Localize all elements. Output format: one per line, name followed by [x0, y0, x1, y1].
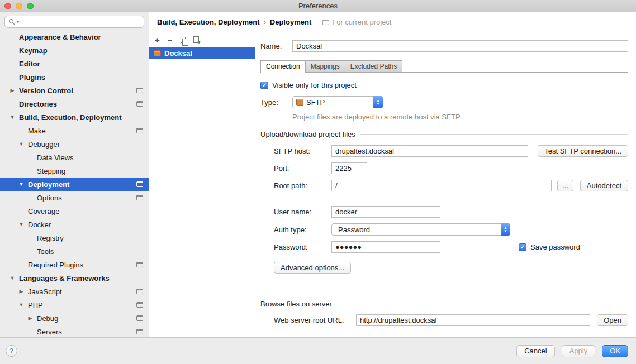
tab-mappings[interactable]: Mappings [305, 60, 345, 72]
sidebar-item-stepping[interactable]: Stepping [0, 164, 149, 178]
type-label: Type: [260, 98, 292, 107]
save-password-checkbox[interactable]: ✓ [519, 243, 526, 251]
sftp-server-icon [154, 50, 161, 56]
project-settings-icon [322, 20, 329, 25]
auth-type-label: Auth type: [274, 226, 331, 234]
sidebar-item-build-execution-deployment[interactable]: ▼ Build, Execution, Deployment [0, 111, 149, 124]
name-input[interactable] [292, 40, 628, 52]
copy-server-button[interactable] [181, 37, 186, 43]
port-label: Port: [274, 164, 331, 173]
root-path-label: Root path: [274, 181, 331, 190]
breadcrumb-current: Deployment [270, 18, 311, 26]
type-hint: Project files are deployed to a remote h… [292, 113, 628, 121]
settings-tree: Appearance & Behavior Keymap Editor Plug… [0, 30, 149, 337]
save-password-label: Save password [530, 243, 588, 251]
expanded-arrow-icon[interactable]: ▼ [9, 275, 16, 281]
sidebar-item-data-views[interactable]: Data Views [0, 151, 149, 164]
preferences-window: Preferences ▾ Appearance & Behavior K [0, 0, 636, 364]
sidebar-item-debug[interactable]: ▶ Debug [0, 312, 149, 325]
sidebar-item-options[interactable]: Options [0, 191, 149, 204]
sidebar-item-coverage[interactable]: Coverage [0, 204, 149, 218]
sidebar-item-registry[interactable]: Registry [0, 231, 149, 245]
sidebar-item-languages-and-frameworks[interactable]: ▼ Languages & Frameworks [0, 271, 149, 285]
sidebar-item-servers[interactable]: Servers [0, 325, 149, 337]
sidebar-item-required-plugins[interactable]: Required Plugins [0, 258, 149, 271]
password-input[interactable] [331, 241, 440, 253]
cancel-button[interactable]: Cancel [516, 345, 554, 357]
group-separator-line [336, 304, 628, 304]
sidebar-item-version-control[interactable]: ▶ Version Control [0, 84, 149, 97]
project-settings-icon [136, 329, 143, 334]
add-server-button[interactable]: + [155, 36, 160, 44]
deployment-tabs: Connection Mappings Excluded Paths [260, 60, 628, 73]
expanded-arrow-icon[interactable]: ▼ [18, 222, 25, 227]
visible-only-checkbox[interactable]: ✓ [260, 82, 268, 89]
autodetect-button[interactable]: Autodetect [580, 180, 628, 191]
settings-sidebar: ▾ Appearance & Behavior Keymap Editor Pl… [0, 12, 149, 337]
scope-label: For current project [332, 18, 391, 26]
sidebar-item-docker[interactable]: ▼ Docker [0, 218, 149, 231]
minimize-window-button[interactable] [16, 3, 22, 9]
project-settings-icon [136, 302, 143, 308]
remove-server-button[interactable]: − [168, 36, 173, 44]
sidebar-item-deployment[interactable]: ▼ Deployment [0, 178, 149, 191]
sidebar-item-make[interactable]: Make [0, 124, 149, 137]
server-name: Docksal [164, 49, 192, 58]
breadcrumb-parent[interactable]: Build, Execution, Deployment [157, 18, 259, 26]
zoom-window-button[interactable] [27, 3, 34, 9]
traffic-lights [4, 3, 34, 9]
auth-type-select[interactable]: Password ▲ ▼ [331, 223, 510, 236]
password-label: Password: [274, 243, 331, 251]
sidebar-item-tools[interactable]: Tools [0, 245, 149, 258]
help-button[interactable]: ? [6, 345, 17, 357]
server-list-item-docksal[interactable]: Docksal [149, 47, 255, 59]
port-input[interactable] [331, 162, 367, 174]
sidebar-item-editor[interactable]: Editor [0, 57, 149, 70]
root-path-input[interactable] [331, 180, 552, 191]
paste-server-button[interactable] [193, 36, 199, 43]
test-sftp-connection-button[interactable]: Test SFTP connection... [538, 145, 628, 157]
project-settings-icon [136, 315, 143, 321]
deployment-form: Name: Connection Mappings Excluded Paths… [255, 32, 636, 337]
visible-only-label: Visible only for this project [272, 81, 357, 89]
browse-root-path-button[interactable]: ... [557, 180, 573, 191]
upload-group-header: Upload/download project files [260, 130, 628, 138]
project-settings-icon [136, 195, 143, 200]
auth-type-value: Password [335, 226, 501, 234]
sidebar-item-keymap[interactable]: Keymap [0, 44, 149, 57]
expanded-arrow-icon[interactable]: ▼ [18, 181, 25, 187]
tab-excluded-paths[interactable]: Excluded Paths [345, 60, 402, 72]
close-window-button[interactable] [4, 3, 11, 9]
sidebar-item-appearance-and-behavior[interactable]: Appearance & Behavior [0, 30, 149, 44]
expanded-arrow-icon[interactable]: ▼ [18, 302, 25, 308]
collapsed-arrow-icon[interactable]: ▶ [27, 315, 34, 321]
advanced-options-button[interactable]: Advanced options... [274, 262, 351, 274]
sidebar-item-debugger[interactable]: ▼ Debugger [0, 137, 149, 151]
user-name-label: User name: [274, 208, 331, 216]
sftp-host-input[interactable] [331, 145, 528, 157]
user-name-input[interactable] [331, 206, 440, 218]
type-select[interactable]: SFTP ▲ ▼ [292, 96, 383, 108]
search-icon [8, 18, 16, 26]
web-root-input[interactable] [356, 314, 590, 326]
sidebar-item-directories[interactable]: Directories [0, 97, 149, 111]
titlebar: Preferences [0, 0, 636, 12]
ok-button[interactable]: OK [602, 345, 628, 357]
project-settings-icon [136, 128, 143, 133]
project-settings-icon [136, 262, 143, 267]
sidebar-item-javascript[interactable]: ▶ JavaScript [0, 285, 149, 298]
web-root-label: Web server root URL: [274, 316, 356, 324]
tab-connection[interactable]: Connection [260, 60, 306, 73]
sidebar-item-php[interactable]: ▼ PHP [0, 298, 149, 312]
server-list-toolbar: + − [149, 32, 255, 47]
apply-button[interactable]: Apply [562, 345, 596, 357]
settings-search-input[interactable]: ▾ [4, 16, 144, 28]
collapsed-arrow-icon[interactable]: ▶ [9, 88, 16, 93]
expanded-arrow-icon[interactable]: ▼ [18, 141, 25, 147]
open-button[interactable]: Open [597, 314, 628, 326]
expanded-arrow-icon[interactable]: ▼ [9, 114, 16, 120]
sidebar-item-plugins[interactable]: Plugins [0, 70, 149, 84]
dropdown-stepper-icon: ▲ ▼ [501, 223, 510, 236]
search-options-caret-icon[interactable]: ▾ [17, 20, 19, 25]
collapsed-arrow-icon[interactable]: ▶ [18, 289, 25, 294]
